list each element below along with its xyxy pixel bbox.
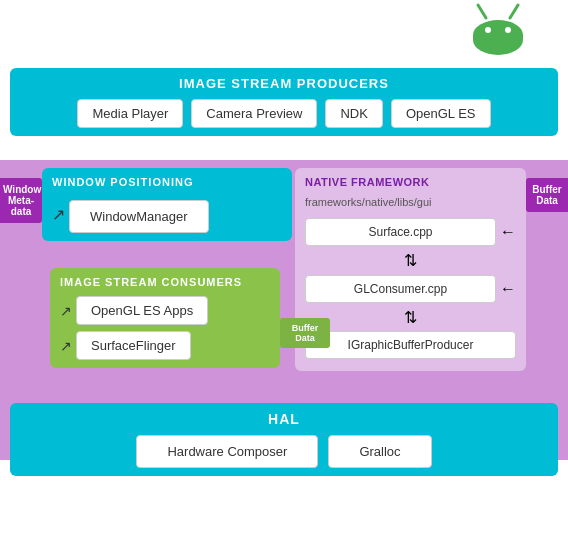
wm-arrow-icon: ↗ [52,205,65,224]
native-framework-path: frameworks/native/libs/gui [305,196,516,208]
producers-row: Media Player Camera Preview NDK OpenGL E… [20,99,548,128]
hardware-composer-box: Hardware Composer [136,435,318,468]
opengl-es-box: OpenGL ES [391,99,491,128]
surface-cpp-box: Surface.cpp [305,218,496,246]
window-positioning-section: WINDOW POSITIONING ↗ WindowManager [42,168,292,241]
svg-line-1 [510,5,518,18]
native-framework-title: NATIVE FRAMEWORK [305,176,516,188]
surface-arrow-icon: ← [500,223,516,241]
buffer-data-middle-label: Buffer Data [280,318,330,348]
window-positioning-title: WINDOW POSITIONING [52,176,282,188]
down-arrow-2: ⇅ [305,308,516,327]
svg-line-0 [478,5,486,18]
svg-point-3 [485,27,491,33]
hal-row: Hardware Composer Gralloc [20,435,548,468]
ndk-box: NDK [325,99,382,128]
camera-preview-box: Camera Preview [191,99,317,128]
surfaceflinger-arrow: ↗ [60,338,72,354]
window-manager-box: WindowManager [69,200,209,233]
hal-section: HAL Hardware Composer Gralloc [10,403,558,476]
android-robot-icon [458,0,538,70]
opengl-apps-arrow: ↗ [60,303,72,319]
image-stream-producers-section: IMAGE STREAM PRODUCERS Media Player Came… [10,68,558,136]
diagram-container: IMAGE STREAM PRODUCERS Media Player Came… [0,0,568,534]
hal-title: HAL [20,411,548,427]
opengl-es-apps-box: OpenGL ES Apps [76,296,208,325]
image-stream-consumers-section: IMAGE STREAM CONSUMERS ↗ OpenGL ES Apps … [50,268,280,368]
igraphicbufferproducer-box: IGraphicBufferProducer [305,331,516,359]
gralloc-box: Gralloc [328,435,431,468]
image-stream-producers-title: IMAGE STREAM PRODUCERS [20,76,548,91]
media-player-box: Media Player [77,99,183,128]
glconsumer-cpp-box: GLConsumer.cpp [305,275,496,303]
svg-point-4 [505,27,511,33]
buffer-data-right-label: Buffer Data [526,178,568,212]
image-stream-consumers-title: IMAGE STREAM CONSUMERS [60,276,270,288]
window-metadata-label: Window Meta-data [0,178,42,223]
down-arrow-1: ⇅ [305,251,516,270]
svg-rect-2 [473,20,523,55]
glconsumer-arrow-icon: ← [500,280,516,298]
surfaceflinger-box: SurfaceFlinger [76,331,191,360]
